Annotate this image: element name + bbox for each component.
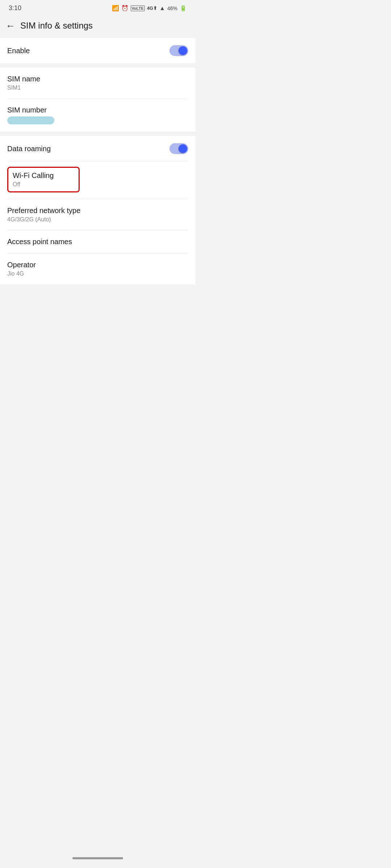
page-header: ← SIM info & settings: [0, 15, 196, 38]
preferred-network-row[interactable]: Preferred network type 4G/3G/2G (Auto): [7, 199, 188, 230]
enable-toggle[interactable]: [169, 45, 188, 56]
sim-number-info: SIM number: [7, 106, 54, 124]
enable-toggle-track: [169, 45, 188, 56]
apn-label: Access point names: [7, 238, 72, 246]
wifi-calling-row[interactable]: Wi-Fi Calling Off: [7, 162, 188, 199]
sim-name-label: SIM name: [7, 75, 40, 83]
sim-name-value: SIM1: [7, 85, 40, 91]
status-time: 3:10: [9, 4, 21, 12]
operator-row[interactable]: Operator Jio 4G: [7, 254, 188, 284]
sim-name-row[interactable]: SIM name SIM1: [7, 68, 188, 99]
bottom-spacer: [0, 284, 196, 328]
apn-row[interactable]: Access point names: [7, 230, 188, 254]
wifi-calling-highlight-box: Wi-Fi Calling Off: [7, 167, 80, 192]
page-title: SIM info & settings: [20, 21, 93, 31]
preferred-network-info: Preferred network type 4G/3G/2G (Auto): [7, 207, 80, 223]
hotspot-icon: 📶: [112, 5, 119, 12]
preferred-network-value: 4G/3G/2G (Auto): [7, 216, 80, 223]
data-roaming-toggle-track: [169, 143, 188, 154]
sim-number-redacted: [7, 116, 54, 124]
wifi-calling-value: Off: [13, 181, 72, 188]
operator-info: Operator Jio 4G: [7, 261, 36, 277]
divider-2: [0, 132, 196, 136]
enable-row[interactable]: Enable: [7, 38, 188, 63]
alarm-icon: ⏰: [121, 5, 129, 12]
data-roaming-row[interactable]: Data roaming: [7, 136, 188, 162]
data-roaming-toggle-thumb: [178, 144, 187, 153]
data-roaming-toggle[interactable]: [169, 143, 188, 154]
sim-number-label: SIM number: [7, 106, 54, 114]
data-roaming-label: Data roaming: [7, 145, 51, 153]
signal-4g-icon: 4G⬆: [147, 5, 157, 11]
network-section: Data roaming Wi-Fi Calling Off Preferred…: [0, 136, 196, 284]
status-bar: 3:10 📶 ⏰ VoLTE 4G⬆ ▲ 46% 🔋: [0, 0, 196, 15]
battery-icon: 🔋: [180, 5, 187, 12]
battery-level: 46%: [167, 5, 177, 11]
preferred-network-label: Preferred network type: [7, 207, 80, 215]
wifi-calling-label: Wi-Fi Calling: [13, 171, 72, 180]
back-button[interactable]: ←: [6, 21, 15, 30]
sim-number-row[interactable]: SIM number: [7, 99, 188, 132]
divider-1: [0, 63, 196, 68]
operator-label: Operator: [7, 261, 36, 269]
operator-value: Jio 4G: [7, 271, 36, 277]
enable-toggle-thumb: [178, 46, 187, 55]
volte-icon: VoLTE: [131, 5, 145, 11]
sim-name-info: SIM name SIM1: [7, 75, 40, 91]
status-icons: 📶 ⏰ VoLTE 4G⬆ ▲ 46% 🔋: [112, 5, 187, 12]
enable-section: Enable: [0, 38, 196, 63]
enable-label: Enable: [7, 47, 30, 55]
sim-info-section: SIM name SIM1 SIM number: [0, 68, 196, 132]
signal-strength-icon: ▲: [159, 5, 165, 12]
